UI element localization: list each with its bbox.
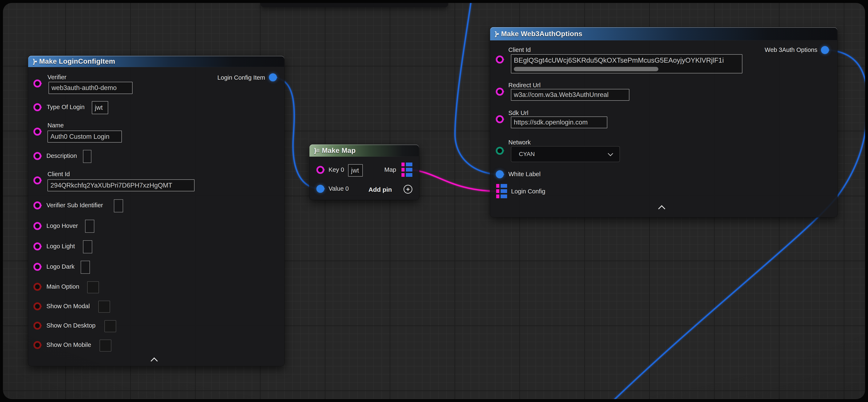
name-input[interactable]: Auth0 Custom Login [48, 131, 122, 143]
show-on-desktop-checkbox[interactable] [104, 320, 116, 332]
pin-label-verifier: Verifier [48, 74, 66, 81]
node-make-web3authoptions[interactable]: }▪ Make Web3AuthOptions Web 3Auth Option… [490, 27, 838, 218]
output-pin-label: Web 3Auth Options [765, 47, 817, 53]
pin-show-on-desktop[interactable] [33, 322, 41, 330]
pin-logo-hover[interactable] [33, 222, 41, 230]
node-title: Make Map [322, 147, 355, 154]
pin-label-show-on-desktop: Show On Desktop [46, 322, 96, 329]
pin-label-description: Description [46, 152, 77, 160]
pin-login-config[interactable] [496, 184, 507, 198]
node-header[interactable]: }▪ Make LoginConfigItem [28, 56, 284, 67]
pin-name[interactable] [33, 127, 41, 136]
logo-dark-input[interactable] [81, 261, 90, 274]
client-id-scrollbar[interactable] [514, 67, 658, 71]
node-title: Make LoginConfigItem [39, 57, 115, 65]
client-id-input[interactable]: 294QRkchfq2YaXUbPri7D6PH7xzHgQMT [48, 179, 194, 191]
key-0-input[interactable]: jwt [348, 164, 363, 177]
node-title: Make Web3AuthOptions [501, 30, 582, 38]
pin-label-name: Name [48, 122, 64, 129]
make-map-icon: }≡ [314, 147, 319, 154]
pin-label-show-on-mobile: Show On Mobile [46, 341, 91, 348]
pin-sdk-url[interactable] [496, 115, 504, 123]
pin-label-redirect-url: Redirect Url [508, 82, 540, 89]
pin-label-key-0: Key 0 [329, 166, 344, 173]
pin-label-client-id: Client Id [48, 171, 70, 178]
pin-description[interactable] [33, 152, 41, 160]
redirect-url-input[interactable]: w3a://com.w3a.Web3AuthUnreal [511, 89, 629, 101]
output-pin-web3auth-options[interactable] [821, 46, 829, 54]
node-header[interactable]: }▪ Make Web3AuthOptions [490, 27, 837, 40]
pin-show-on-mobile[interactable] [33, 341, 41, 349]
node-make-map[interactable]: }≡ Make Map Key 0 jwt Map Value 0 Add pi… [309, 144, 419, 200]
verifier-sub-identifier-input[interactable] [114, 199, 123, 212]
pin-label-main-option: Main Option [46, 283, 79, 290]
pin-label-sdk-url: Sdk Url [508, 110, 528, 116]
pin-white-label[interactable] [496, 170, 504, 178]
logo-hover-input[interactable] [85, 220, 94, 233]
pin-value-0[interactable] [316, 185, 324, 193]
pin-label-logo-hover: Logo Hover [46, 223, 78, 229]
pin-label-client-id: Client Id [508, 47, 531, 53]
make-struct-icon: }▪ [495, 30, 498, 37]
pin-label-logo-dark: Logo Dark [46, 263, 74, 270]
collapse-node-chevron-icon[interactable] [151, 357, 158, 365]
blueprint-canvas[interactable]: }▪ Make LoginConfigItem Login Config Ite… [3, 3, 865, 399]
show-on-mobile-checkbox[interactable] [100, 340, 111, 351]
main-option-checkbox[interactable] [87, 281, 99, 293]
output-pin-map[interactable] [401, 163, 412, 177]
pin-key-0[interactable] [316, 166, 324, 174]
output-pin-login-config-item[interactable] [269, 74, 277, 81]
chevron-down-icon [608, 151, 613, 156]
network-dropdown[interactable]: CYAN [511, 146, 620, 162]
output-pin-label: Login Config Item [217, 74, 265, 81]
pin-label-white-label: White Label [508, 171, 540, 178]
pin-main-option[interactable] [33, 283, 41, 291]
pin-label-login-config: Login Config [511, 188, 545, 195]
type-of-login-input[interactable]: jwt [92, 101, 108, 114]
pin-client-id[interactable] [496, 56, 504, 63]
add-pin-label[interactable]: Add pin [368, 186, 392, 193]
verifier-input[interactable]: web3auth-auth0-demo [49, 82, 132, 94]
output-pin-label: Map [384, 166, 396, 173]
pin-logo-light[interactable] [33, 242, 41, 251]
make-struct-icon: }▪ [33, 58, 36, 65]
sdk-url-input[interactable]: https://sdk.openlogin.com [511, 116, 607, 128]
pin-show-on-modal[interactable] [33, 302, 41, 310]
pin-network[interactable] [496, 147, 504, 155]
pin-label-value-0: Value 0 [329, 185, 349, 192]
node-make-loginconfigitem[interactable]: }▪ Make LoginConfigItem Login Config Ite… [28, 56, 285, 366]
window-frame: }▪ Make LoginConfigItem Login Config Ite… [0, 0, 868, 402]
show-on-modal-checkbox[interactable] [98, 301, 110, 313]
offscreen-node-edge [260, 3, 448, 7]
pin-redirect-url[interactable] [496, 88, 504, 96]
client-id-input[interactable]: BEglQSgt4cUWcj6SKRdu5QkOXTsePmMcusG5EAoy… [511, 54, 742, 74]
add-pin-icon[interactable]: + [404, 185, 412, 194]
pin-label-network: Network [508, 139, 531, 146]
pin-verifier[interactable] [33, 80, 41, 87]
pin-client-id[interactable] [33, 176, 41, 184]
pin-label-type-of-login: Type Of Login [46, 104, 85, 111]
pin-label-logo-light: Logo Light [46, 243, 75, 250]
pin-verifier-sub-identifier[interactable] [33, 201, 41, 209]
node-header[interactable]: }≡ Make Map [309, 144, 419, 156]
logo-light-input[interactable] [83, 240, 92, 253]
collapse-node-chevron-icon[interactable] [658, 205, 665, 212]
pin-label-show-on-modal: Show On Modal [46, 303, 90, 310]
pin-logo-dark[interactable] [33, 263, 41, 271]
description-input[interactable] [83, 150, 91, 163]
pin-label-verifier-sub-identifier: Verifier Sub Identifier [46, 202, 103, 209]
pin-type-of-login[interactable] [33, 103, 41, 111]
